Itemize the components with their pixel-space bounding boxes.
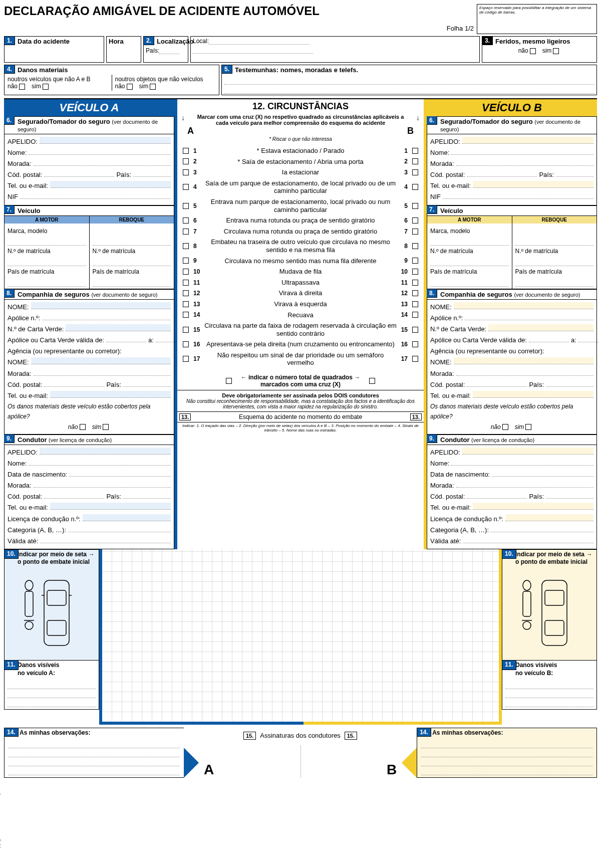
circ-row-5: 5Entrava num parque de estacionamento, l… — [181, 198, 420, 213]
circ-b-13[interactable] — [412, 301, 418, 307]
circ-row-2: 2* Saía de estacionamento / Abria uma po… — [181, 158, 420, 166]
box1-title: Data do acidente — [5, 37, 104, 46]
circ-a-13[interactable] — [183, 301, 189, 307]
circ-a-12[interactable] — [183, 290, 189, 296]
vehicle-a-header: VEÍCULO A — [4, 99, 174, 116]
triangle-b-icon — [402, 748, 417, 778]
circ-b-12[interactable] — [412, 290, 418, 296]
cobertos-b-nao[interactable] — [502, 424, 508, 430]
svg-point-0 — [25, 580, 33, 590]
svg-point-3 — [25, 621, 33, 629]
sim-label: sim — [542, 47, 552, 54]
circ-a-16[interactable] — [183, 341, 189, 347]
feridos-nao-check[interactable] — [530, 48, 536, 54]
circ-row-7: 7Circulava numa rotunda ou praça de sent… — [181, 228, 420, 236]
svg-rect-5 — [47, 590, 66, 605]
svg-rect-1 — [25, 591, 33, 616]
circ-a-6[interactable] — [183, 218, 189, 224]
circ-b-7[interactable] — [412, 229, 418, 235]
circ-row-17: 17Não respeitou um sinal de dar priorida… — [181, 351, 420, 367]
circ-instructions: ↓Marcar com uma cruz (X) no respetivo qu… — [177, 114, 424, 126]
circ-row-10: 10Mudava de fila10 — [181, 268, 420, 276]
circ-b-16[interactable] — [412, 341, 418, 347]
circ-b-1[interactable] — [412, 148, 418, 154]
circ-b-14[interactable] — [412, 312, 418, 318]
circ-b-2[interactable] — [412, 158, 418, 164]
circ-b-10[interactable] — [412, 269, 418, 275]
cobertos-b-sim[interactable] — [525, 424, 531, 430]
obs-b-title: As minhas observações: — [432, 729, 503, 736]
barcode-area: Espaço reservado para possibilitar a int… — [477, 4, 597, 34]
total-a[interactable] — [226, 378, 232, 384]
box3-num: 3. — [482, 37, 493, 45]
copyright: Copyright 2001© Insurance Europe aisbl — [0, 781, 1, 782]
danos1-sim[interactable] — [43, 84, 49, 90]
box1-num: 1. — [5, 37, 15, 45]
circ-a-2[interactable] — [183, 158, 189, 164]
cobertos-a-nao[interactable] — [80, 424, 86, 430]
circ-a-7[interactable] — [183, 229, 189, 235]
feridos-sim-check[interactable] — [553, 48, 559, 54]
circ-a-15[interactable] — [183, 327, 189, 333]
circ-row-6: 6Entrava numa rotunda ou praça de sentid… — [181, 216, 420, 225]
danos-sub1: noutros veículos que não A e B — [8, 76, 109, 83]
box4-num: 4. — [5, 65, 15, 74]
box3-title: Feridos, mesmo ligeiros — [482, 37, 596, 46]
circ-row-3: 3Ia estacionar3 — [181, 168, 420, 176]
circ-row-11: 11Ultrapassava11 — [181, 279, 420, 287]
circ-b-5[interactable] — [412, 203, 418, 209]
hora-label: Hora — [107, 37, 141, 46]
danos1-nao[interactable] — [19, 84, 25, 90]
cobertos-a-sim[interactable] — [103, 424, 109, 430]
circ-b-11[interactable] — [412, 280, 418, 286]
danos2-sim[interactable] — [150, 84, 156, 90]
signatures-label: Assinaturas dos condutores — [260, 732, 340, 739]
box2-num: 2. — [144, 37, 154, 45]
circ-b-9[interactable] — [412, 258, 418, 264]
circ-a-4[interactable] — [183, 184, 189, 190]
circ-row-12: 12Virava à direita12 — [181, 289, 420, 297]
circ-a-1[interactable] — [183, 148, 189, 154]
triangle-a-icon — [184, 748, 199, 778]
circ-a-10[interactable] — [183, 269, 189, 275]
circ-row-8: 8Embateu na traseira de outro veículo qu… — [181, 238, 420, 254]
circ-b-15[interactable] — [412, 327, 418, 333]
svg-rect-15 — [545, 620, 564, 635]
pais-label: País: — [146, 47, 159, 54]
circ-row-1: 1* Estava estacionado / Parado1 — [181, 147, 420, 155]
vehicle-b-header: VEÍCULO B — [427, 99, 597, 116]
total-b[interactable] — [369, 378, 375, 384]
circ-a-5[interactable] — [183, 203, 189, 209]
danos2-nao[interactable] — [127, 84, 133, 90]
danos-sub2: noutros objetos que não veículos — [115, 76, 216, 83]
circ-b-6[interactable] — [412, 218, 418, 224]
circ-row-4: 4Saía de um parque de estacionamento, de… — [181, 179, 420, 195]
box5-num: 5. — [222, 65, 232, 74]
nao-label: não — [518, 47, 528, 54]
vehicle-b-diagram[interactable] — [502, 567, 596, 660]
svg-rect-6 — [47, 620, 66, 635]
accident-sketch-area[interactable] — [99, 549, 502, 725]
sig-b[interactable]: B — [387, 762, 397, 778]
circ-b-8[interactable] — [412, 243, 418, 249]
box4-title: Danos materiais — [5, 65, 219, 75]
svg-rect-10 — [523, 591, 531, 616]
circ-b-17[interactable] — [412, 356, 418, 362]
local-label: Local: — [193, 38, 209, 45]
circ-row-15: 15Circulava na parte da faixa de rodagem… — [181, 322, 420, 337]
sig-a[interactable]: A — [204, 762, 214, 778]
page-indicator: Folha 1/2 — [447, 25, 474, 34]
circ-row-13: 13Virava à esquerda13 — [181, 300, 420, 308]
circ-a-17[interactable] — [183, 356, 189, 362]
circ-a-9[interactable] — [183, 258, 189, 264]
svg-rect-14 — [545, 590, 564, 605]
circ-row-9: 9Circulava no mesmo sentido mas numa fil… — [181, 257, 420, 265]
vehicle-a-diagram[interactable] — [5, 567, 99, 660]
circ-b-3[interactable] — [412, 169, 418, 175]
circ-a-3[interactable] — [183, 169, 189, 175]
circ-b-4[interactable] — [412, 184, 418, 190]
circ-a-11[interactable] — [183, 280, 189, 286]
svg-point-12 — [523, 621, 531, 629]
circ-a-14[interactable] — [183, 312, 189, 318]
circ-a-8[interactable] — [183, 243, 189, 249]
